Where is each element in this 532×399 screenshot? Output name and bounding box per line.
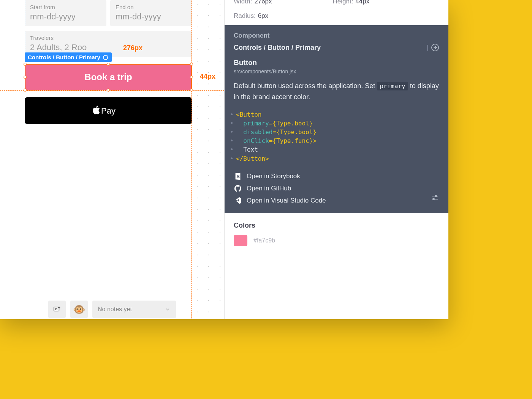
selected-element-wrap: Controls / Button / Primary 276px 44px B… (25, 64, 192, 90)
settings-button[interactable] (430, 193, 439, 204)
open-storybook-link[interactable]: S Open in Storybook (234, 172, 439, 180)
component-source-path: src/components/Button.jsx (234, 68, 439, 74)
open-github-link[interactable]: Open in GitHub (234, 184, 439, 193)
notes-dropdown[interactable]: No notes yet (92, 301, 176, 318)
monkey-button[interactable]: 🐵 (70, 301, 88, 318)
travelers-label: Travelers (30, 35, 187, 41)
arrow-right-circle-icon[interactable] (431, 43, 439, 52)
note-plus-icon (53, 305, 61, 314)
resize-handle[interactable] (24, 76, 27, 79)
design-canvas[interactable]: Start from mm-dd-yyyy End on mm-dd-yyyy … (0, 0, 224, 319)
color-swatch-row[interactable]: #fa7c9b (234, 235, 439, 246)
open-vscode-link[interactable]: Open in Visual Studio Code (234, 196, 439, 205)
color-hex: #fa7c9b (253, 237, 275, 244)
travelers-value: 2 Adults, 2 Roo (30, 43, 187, 52)
monkey-icon: 🐵 (73, 304, 85, 315)
height-label: Height: (333, 0, 353, 5)
storybook-icon: S (234, 172, 242, 180)
selection-label[interactable]: Controls / Button / Primary (25, 52, 112, 62)
vscode-icon (234, 196, 242, 205)
svg-text:Pay: Pay (101, 106, 115, 116)
apple-pay-button[interactable]: Pay (25, 97, 192, 124)
app-window: Start from mm-dd-yyyy End on mm-dd-yyyy … (0, 0, 448, 319)
selection-height-dim: 44px (200, 73, 215, 81)
width-label: Width: (234, 0, 252, 5)
start-date-field[interactable]: Start from mm-dd-yyyy (25, 0, 106, 26)
component-path: Controls / Button / Primary (234, 44, 321, 52)
github-icon (234, 184, 242, 193)
book-trip-button[interactable]: Book a trip (25, 64, 192, 90)
component-section-title: Component (234, 32, 439, 40)
end-date-field[interactable]: End on mm-dd-yyyy (110, 0, 192, 26)
resize-handle[interactable] (190, 89, 193, 92)
component-description: Default button used across the applicati… (234, 81, 439, 103)
component-section: Component Controls / Button / Primary | … (225, 25, 448, 213)
end-date-value: mm-dd-yyyy (116, 12, 187, 22)
booking-form: Start from mm-dd-yyyy End on mm-dd-yyyy … (25, 0, 192, 124)
canvas-bottom-bar: 🐵 No notes yet (0, 299, 224, 319)
apple-pay-icon: Pay (92, 104, 125, 117)
radius-value: 6px (258, 12, 268, 19)
resize-handle[interactable] (24, 63, 27, 66)
start-date-label: Start from (30, 4, 101, 10)
properties-section: Width:276px Height:44px Radius:6px (225, 0, 448, 25)
start-date-value: mm-dd-yyyy (30, 12, 101, 22)
component-links: S Open in Storybook Open in GitHub Open … (234, 172, 439, 205)
resize-handle[interactable] (24, 89, 27, 92)
sliders-icon (430, 193, 439, 202)
colors-section: Colors #fa7c9b (225, 213, 448, 255)
resize-handle[interactable] (107, 63, 110, 66)
height-value: 44px (355, 0, 369, 5)
book-trip-label: Book a trip (84, 72, 132, 82)
add-note-button[interactable] (48, 301, 66, 318)
component-name: Button (234, 59, 439, 67)
end-date-label: End on (116, 4, 187, 10)
resize-handle[interactable] (190, 76, 193, 79)
width-value: 276px (254, 0, 272, 5)
selection-width-dim: 276px (123, 44, 142, 52)
inspector-panel: Width:276px Height:44px Radius:6px Compo… (224, 0, 448, 319)
svg-text:S: S (236, 173, 240, 179)
colors-title: Colors (234, 222, 439, 230)
chevron-down-icon (165, 306, 171, 312)
target-icon (103, 54, 109, 60)
resize-handle[interactable] (190, 63, 193, 66)
resize-handle[interactable] (107, 89, 110, 92)
radius-label: Radius: (234, 12, 256, 19)
component-code-block: •<Button • primary={Type.bool} • disable… (230, 110, 439, 163)
color-swatch (234, 235, 247, 246)
dot-grid (190, 0, 224, 319)
notes-placeholder: No notes yet (98, 306, 132, 313)
selection-label-text: Controls / Button / Primary (28, 54, 100, 60)
